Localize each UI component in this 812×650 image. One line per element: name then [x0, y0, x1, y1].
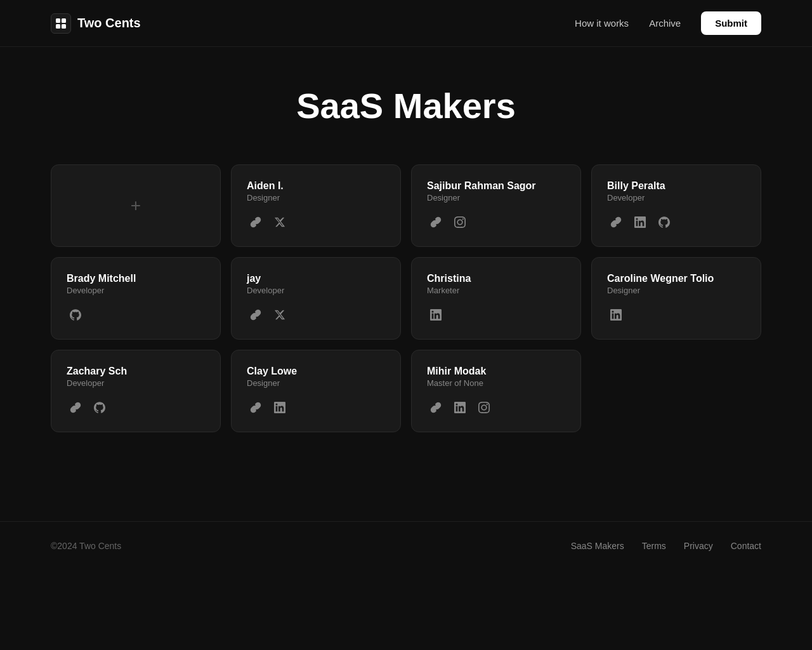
maker-info: Zachary Sch Developer [67, 366, 205, 397]
link-icon[interactable] [247, 306, 265, 324]
maker-role: Marketer [427, 286, 565, 295]
twitter-icon[interactable] [271, 213, 289, 231]
svg-rect-3 [62, 24, 66, 29]
maker-card-brady[interactable]: Brady Mitchell Developer [51, 257, 221, 340]
maker-name: Clay Lowe [247, 366, 385, 377]
maker-role: Designer [247, 378, 385, 388]
maker-role: Master of None [427, 378, 565, 388]
svg-rect-0 [56, 18, 60, 23]
link-icon[interactable] [67, 399, 84, 416]
instagram-icon[interactable] [451, 213, 469, 231]
maker-links [427, 399, 565, 416]
submit-button[interactable]: Submit [701, 11, 761, 35]
maker-card-billy[interactable]: Billy Peralta Developer [591, 164, 761, 247]
link-icon[interactable] [427, 399, 445, 416]
footer-link-contact[interactable]: Contact [731, 541, 761, 551]
footer-link-terms[interactable]: Terms [642, 541, 666, 551]
logo-text: Two Cents [77, 16, 141, 30]
linkedin-icon[interactable] [271, 399, 289, 416]
maker-links [247, 399, 385, 416]
maker-links [67, 306, 205, 324]
maker-role: Developer [67, 286, 205, 295]
linkedin-icon[interactable] [631, 213, 649, 231]
linkedin-icon[interactable] [451, 399, 469, 416]
nav-archive[interactable]: Archive [649, 18, 681, 29]
maker-role: Developer [607, 193, 745, 202]
footer-link-saas-makers[interactable]: SaaS Makers [571, 541, 624, 551]
maker-links [427, 306, 565, 324]
maker-role: Developer [247, 286, 385, 295]
maker-name: Brady Mitchell [67, 273, 205, 284]
maker-name: Sajibur Rahman Sagor [427, 180, 565, 192]
maker-card-add[interactable]: + [51, 164, 221, 247]
maker-card-jay[interactable]: jay Developer [231, 257, 401, 340]
twitter-icon[interactable] [271, 306, 289, 324]
maker-info: Sajibur Rahman Sagor Designer [427, 180, 565, 211]
maker-info: Brady Mitchell Developer [67, 273, 205, 304]
maker-role: Designer [607, 286, 745, 295]
logo-icon [51, 13, 71, 34]
instagram-icon[interactable] [475, 399, 493, 416]
maker-links [607, 213, 745, 231]
maker-card-sajibur[interactable]: Sajibur Rahman Sagor Designer [411, 164, 581, 247]
link-icon[interactable] [247, 213, 265, 231]
maker-links [247, 306, 385, 324]
maker-name: Christina [427, 273, 565, 284]
maker-card-caroline[interactable]: Caroline Wegner Tolio Designer [591, 257, 761, 340]
maker-name: Mihir Modak [427, 366, 565, 377]
maker-links [247, 213, 385, 231]
maker-name: Aiden I. [247, 180, 385, 192]
maker-info: Aiden I. Designer [247, 180, 385, 211]
svg-rect-1 [62, 18, 66, 23]
github-icon[interactable] [67, 306, 84, 324]
maker-info: Christina Marketer [427, 273, 565, 304]
navbar: Two Cents How it works Archive Submit [0, 0, 812, 47]
maker-links [427, 213, 565, 231]
nav-links: How it works Archive Submit [575, 11, 761, 35]
maker-card-aiden[interactable]: Aiden I. Designer [231, 164, 401, 247]
maker-info: Clay Lowe Designer [247, 366, 385, 397]
maker-name: Zachary Sch [67, 366, 205, 377]
maker-role: Designer [427, 193, 565, 202]
logo[interactable]: Two Cents [51, 13, 141, 34]
maker-links [67, 399, 205, 416]
maker-card-zachary[interactable]: Zachary Sch Developer [51, 350, 221, 432]
hero-section: SaaS Makers [0, 47, 812, 152]
github-icon[interactable] [655, 213, 673, 231]
link-icon[interactable] [247, 399, 265, 416]
maker-info: Mihir Modak Master of None [427, 366, 565, 397]
nav-how-it-works[interactable]: How it works [575, 18, 629, 29]
link-icon[interactable] [427, 213, 445, 231]
maker-card-christina[interactable]: Christina Marketer [411, 257, 581, 340]
footer: ©2024 Two Cents SaaS MakersTermsPrivacyC… [0, 521, 812, 570]
maker-role: Designer [247, 193, 385, 202]
add-maker-icon: + [131, 196, 141, 216]
maker-card-mihir[interactable]: Mihir Modak Master of None [411, 350, 581, 432]
maker-info: jay Developer [247, 273, 385, 304]
maker-card-clay[interactable]: Clay Lowe Designer [231, 350, 401, 432]
maker-info: Caroline Wegner Tolio Designer [607, 273, 745, 304]
linkedin-icon[interactable] [427, 306, 445, 324]
footer-copyright: ©2024 Two Cents [51, 541, 121, 551]
github-icon[interactable] [91, 399, 108, 416]
maker-name: Caroline Wegner Tolio [607, 273, 745, 284]
maker-links [607, 306, 745, 324]
maker-name: jay [247, 273, 385, 284]
link-icon[interactable] [607, 213, 625, 231]
footer-link-privacy[interactable]: Privacy [684, 541, 713, 551]
svg-rect-2 [56, 24, 60, 29]
maker-info: Billy Peralta Developer [607, 180, 745, 211]
makers-grid: + Aiden I. Designer Sajibur Rahman Sagor… [0, 152, 812, 445]
maker-name: Billy Peralta [607, 180, 745, 192]
page-title: SaaS Makers [51, 85, 761, 126]
footer-links: SaaS MakersTermsPrivacyContact [571, 541, 761, 551]
maker-role: Developer [67, 378, 205, 388]
linkedin-icon[interactable] [607, 306, 625, 324]
